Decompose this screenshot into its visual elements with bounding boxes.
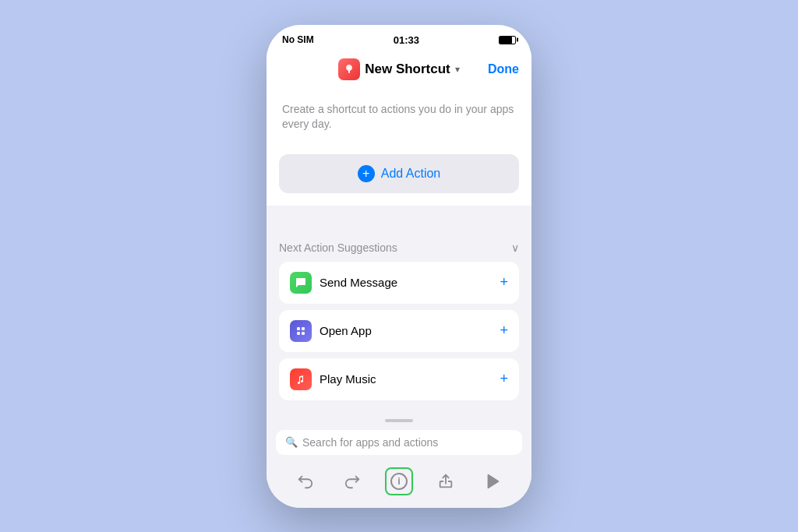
toolbar: i [267, 461, 531, 508]
search-bar[interactable]: 🔍 Search for apps and actions [276, 430, 522, 455]
title-chevron-icon[interactable]: ▾ [455, 64, 460, 75]
drag-handle [267, 413, 531, 427]
battery-fill [500, 37, 512, 44]
add-action-section: + Add Action [267, 145, 531, 206]
suggestion-send-message[interactable]: Send Message + [279, 262, 519, 304]
shortcut-name: New Shortcut [365, 62, 450, 77]
svg-rect-1 [297, 327, 300, 330]
navigation-bar: New Shortcut ▾ Done [267, 52, 531, 90]
suggestions-title: Next Action Suggestions [279, 241, 397, 254]
add-send-message-icon[interactable]: + [500, 274, 508, 291]
search-icon: 🔍 [285, 436, 298, 448]
add-open-app-icon[interactable]: + [500, 322, 508, 339]
battery-icon [499, 36, 516, 44]
svg-rect-3 [297, 332, 300, 335]
add-play-music-icon[interactable]: + [500, 371, 508, 387]
carrier-label: No SIM [282, 34, 314, 45]
suggestion-left-group: Open App [290, 320, 372, 342]
phone-frame: No SIM 01:33 New Shortcut ▾ Done Create … [267, 25, 531, 508]
description-section: Create a shortcut to actions you do in y… [267, 90, 531, 145]
suggestions-header: Next Action Suggestions ∨ [279, 241, 519, 254]
add-action-plus-icon: + [358, 165, 375, 182]
content-spacer [267, 206, 531, 229]
info-button[interactable]: i [385, 467, 413, 495]
description-text: Create a shortcut to actions you do in y… [282, 102, 516, 132]
suggestion-open-app[interactable]: Open App + [279, 310, 519, 352]
search-bar-container: 🔍 Search for apps and actions [267, 427, 531, 461]
suggestion-play-music[interactable]: Play Music + [279, 358, 519, 400]
status-bar: No SIM 01:33 [267, 25, 531, 52]
suggestions-section: Next Action Suggestions ∨ Send Message + [267, 229, 531, 413]
undo-button[interactable] [291, 467, 320, 495]
open-app-label: Open App [320, 324, 372, 337]
svg-point-0 [348, 66, 351, 69]
svg-rect-4 [302, 332, 305, 335]
suggestion-left-group: Send Message [290, 272, 397, 294]
bottom-panel: 🔍 Search for apps and actions [267, 413, 531, 508]
search-placeholder: Search for apps and actions [302, 436, 438, 449]
shortcut-app-icon [338, 58, 360, 80]
add-action-button[interactable]: + Add Action [279, 154, 519, 193]
music-icon [290, 368, 312, 390]
main-content: Create a shortcut to actions you do in y… [267, 90, 531, 413]
run-button[interactable] [478, 467, 507, 495]
svg-marker-5 [489, 474, 499, 488]
send-message-label: Send Message [320, 276, 397, 289]
drag-handle-bar [385, 419, 413, 422]
status-indicators [499, 36, 516, 44]
redo-button[interactable] [338, 467, 366, 495]
info-icon: i [390, 473, 408, 490]
nav-title-group: New Shortcut ▾ [338, 58, 460, 80]
add-action-label: Add Action [381, 167, 441, 181]
suggestion-left-group: Play Music [290, 368, 376, 390]
open-app-icon [290, 320, 312, 342]
messages-icon [290, 272, 312, 294]
svg-rect-2 [302, 327, 305, 330]
play-music-label: Play Music [320, 372, 376, 386]
suggestions-collapse-icon[interactable]: ∨ [511, 241, 519, 254]
share-button[interactable] [432, 467, 460, 495]
done-button[interactable]: Done [488, 62, 519, 76]
time-label: 01:33 [394, 34, 419, 46]
